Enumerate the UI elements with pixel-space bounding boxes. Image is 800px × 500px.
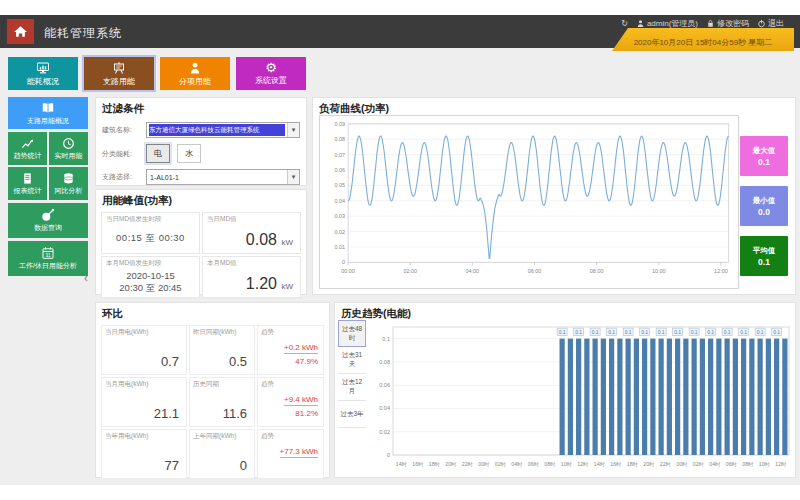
md-month-value-label: 本月MD值	[207, 259, 296, 268]
tab-branch-energy[interactable]: 支路用能	[84, 57, 154, 90]
sidebar-item-label: 同比分析	[53, 187, 85, 195]
tab-past-31-days[interactable]: 过去31天	[338, 347, 366, 374]
md-month-value-cell: 本月MD值 1.20 kW	[202, 256, 301, 298]
svg-text:02时: 02时	[495, 461, 507, 467]
sidebar-item-label: 数据查询	[32, 224, 64, 232]
sidebar-item-label: 实时用能	[53, 152, 85, 160]
refresh-icon: ↻	[621, 19, 628, 28]
svg-text:14时: 14时	[396, 461, 408, 467]
svg-text:0.1: 0.1	[707, 329, 714, 335]
comparison-cell: 当年用电(kWh)77	[101, 429, 187, 479]
tab-system-settings[interactable]: ⚙ 系统设置	[236, 57, 306, 90]
trend-percent: 47.9%	[295, 357, 318, 366]
trend-label: 趋势	[261, 328, 320, 337]
md-month-period-date: 2020-10-15	[126, 270, 175, 281]
monitor-chart-icon	[36, 61, 50, 75]
energy-type-electric-button[interactable]: 电	[146, 144, 170, 163]
history-trend-panel: 历史趋势(电能) 过去48时 过去31天 过去12月 过去3年 00.020.0…	[334, 302, 796, 478]
sidebar-collapse-toggle[interactable]: ‹	[84, 271, 88, 285]
avg-value-label: 平均值	[753, 246, 776, 256]
sidebar-item-label: 报表统计	[12, 187, 44, 195]
cell-value: 0.5	[229, 354, 247, 369]
cell-value: 0	[240, 458, 247, 473]
svg-text:00时: 00时	[676, 461, 688, 467]
sidebar-item-label: 工作/休日用能分析	[17, 262, 79, 270]
app-title: 能耗管理系统	[44, 25, 122, 42]
sidebar-item-workday-analysis[interactable]: 31 工作/休日用能分析	[8, 241, 88, 276]
energy-type-water-button[interactable]: 水	[177, 144, 201, 163]
svg-text:0.07: 0.07	[335, 152, 346, 158]
avg-value: 0.1	[758, 257, 770, 267]
gear-icon: ⚙	[265, 61, 277, 74]
md-day-period-label: 当日MD值发生时段	[106, 215, 195, 224]
logout-button[interactable]: 退出	[757, 18, 784, 29]
svg-text:0.1: 0.1	[773, 329, 780, 335]
sidebar-item-data-query[interactable]: 数据查询	[8, 203, 88, 238]
svg-text:0.01: 0.01	[335, 244, 346, 250]
md-day-value-cell: 当日MD值 0.08 kW	[202, 212, 301, 254]
power-icon	[757, 19, 766, 28]
svg-text:18时: 18时	[627, 461, 639, 467]
svg-text:14时: 14时	[594, 461, 606, 467]
svg-text:04时: 04时	[709, 461, 721, 467]
svg-text:18时: 18时	[429, 461, 441, 467]
tab-label: 支路用能	[103, 76, 135, 87]
branch-select[interactable]: 1-AL01-1 ▾	[146, 169, 300, 185]
svg-text:20时: 20时	[445, 461, 457, 467]
min-value: 0.0	[758, 207, 770, 217]
cell-label: 当年用电(kWh)	[105, 432, 183, 441]
svg-text:20时: 20时	[643, 461, 655, 467]
datetime-text: 2020年10月20日 15时04分59秒 星期二	[634, 37, 773, 48]
current-user[interactable]: admin(管理员)	[636, 18, 698, 29]
tab-category-energy[interactable]: 分项用能	[160, 57, 230, 90]
svg-text:08:00: 08:00	[590, 268, 604, 274]
chevron-down-icon[interactable]: ▾	[287, 123, 299, 137]
md-day-period-value: 00:15 至 00:30	[106, 232, 195, 245]
sidebar-item-trend-statistics[interactable]: 趋势统计	[8, 132, 47, 165]
chevron-down-icon[interactable]: ▾	[287, 170, 299, 184]
tab-past-3-years[interactable]: 过去3年	[338, 401, 366, 428]
tab-past-12-months[interactable]: 过去12月	[338, 374, 366, 401]
comparison-cell: 当月用电(kWh)21.1	[101, 377, 187, 427]
sidebar-item-yoy-analysis[interactable]: 同比分析	[49, 167, 88, 200]
person-icon	[188, 61, 202, 75]
logout-label: 退出	[768, 18, 784, 29]
sidebar-item-realtime-energy[interactable]: 实时用能	[49, 132, 88, 165]
md-day-unit: kW	[281, 238, 293, 247]
branch-select-value: 1-AL01-1	[147, 174, 287, 181]
svg-text:04时: 04时	[511, 461, 523, 467]
svg-text:0.06: 0.06	[379, 382, 390, 388]
load-stat-badges: 最大值 0.1 最小值 0.0 平均值 0.1	[740, 136, 788, 276]
svg-text:0.1: 0.1	[674, 329, 681, 335]
sidebar-item-branch-overview[interactable]: 支路用能概况	[8, 97, 88, 129]
svg-text:0.04: 0.04	[335, 198, 346, 204]
md-peak-panel: 用能峰值(功率) 当日MD值发生时段 00:15 至 00:30 当日MD值 0…	[95, 189, 307, 295]
md-day-value-label: 当日MD值	[207, 215, 296, 224]
tab-label: 系统设置	[255, 75, 287, 86]
min-value-label: 最小值	[753, 196, 776, 206]
sidebar-item-label: 趋势统计	[12, 152, 44, 160]
sidebar-item-report-statistics[interactable]: 报表统计	[8, 167, 47, 200]
tab-past-48-hours[interactable]: 过去48时	[338, 320, 366, 347]
trend-delta: +0.2 kWh	[284, 343, 318, 354]
load-curve-panel: 负荷曲线(功率) 00.010.020.030.040.050.060.070.…	[312, 97, 796, 295]
svg-text:0.1: 0.1	[641, 329, 648, 335]
change-password-button[interactable]: 修改密码	[706, 18, 749, 29]
home-button[interactable]	[7, 19, 34, 44]
trend-cell: 趋势+9.4 kWh81.2%	[257, 377, 324, 427]
change-password-label: 修改密码	[717, 18, 749, 29]
svg-text:0.1: 0.1	[575, 329, 582, 335]
building-select[interactable]: 东方通信大厦绿色科技云能耗管理系统 ▾	[146, 122, 300, 138]
cell-value: 21.1	[154, 406, 179, 421]
presentation-board-icon	[112, 61, 126, 75]
svg-text:06时: 06时	[726, 461, 738, 467]
tab-label: 能耗概况	[27, 76, 59, 87]
svg-text:0.1: 0.1	[592, 329, 599, 335]
tab-energy-overview[interactable]: 能耗概况	[8, 57, 78, 90]
svg-text:0.1: 0.1	[608, 329, 615, 335]
load-curve-title: 负荷曲线(功率)	[313, 98, 795, 116]
radar-dish-icon	[41, 208, 55, 222]
svg-text:08时: 08时	[742, 461, 754, 467]
svg-text:16时: 16时	[412, 461, 424, 467]
refresh-button[interactable]: ↻	[621, 19, 628, 28]
